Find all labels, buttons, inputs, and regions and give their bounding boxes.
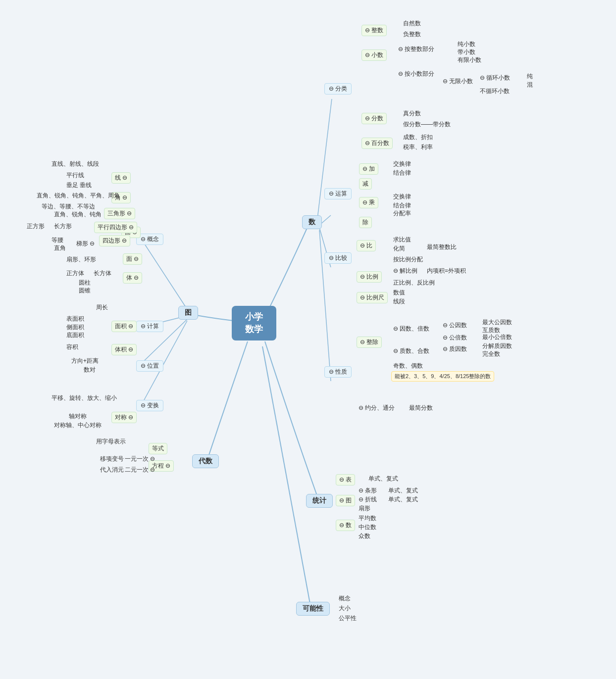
node-dairu: 代入消元 bbox=[98, 465, 126, 475]
node-gongbeishu: ⊖ 公倍数 bbox=[441, 333, 469, 342]
node-shuzhi: 数值 bbox=[391, 288, 407, 297]
node-jia: ⊖ 加 bbox=[359, 163, 378, 175]
node-nengbei: 能被2、3、5、9、4/25、8/125整除的数 bbox=[391, 371, 494, 382]
node-gongyinshu: ⊖ 公因数 bbox=[441, 321, 469, 330]
node-eryuan: 二元一次 ⊖ bbox=[123, 465, 157, 475]
node-anbilifenpei: 按比例分配 bbox=[391, 255, 425, 264]
svg-line-0 bbox=[317, 99, 332, 223]
node-zhengfanbi: 正比例、反比例 bbox=[391, 278, 437, 288]
node-zhiyinshu: ⊖ 质因数 bbox=[441, 344, 469, 354]
node-zhexian-df: 单式、复式 bbox=[386, 495, 420, 504]
node-zhixian: 直线、射线、线段 bbox=[50, 159, 101, 169]
node-zhenfenshu: 真分数 bbox=[401, 109, 423, 118]
node-pingxing4: 平行四边形 ⊖ bbox=[94, 222, 137, 233]
node-tu: 图 bbox=[178, 306, 198, 320]
node-fenlei: ⊖ 分类 bbox=[324, 83, 352, 95]
node-fangxiangj: 方向+距离 bbox=[69, 356, 101, 366]
node-kenengxing-main: 可能性 bbox=[296, 602, 330, 616]
node-zhouduichen: 轴对称 bbox=[67, 412, 89, 421]
node-zhengshu: ⊖ 整数 bbox=[361, 25, 387, 36]
node-tiaoxing-df: 单式、复式 bbox=[386, 486, 420, 495]
node-baifenshu: ⊖ 百分数 bbox=[361, 138, 393, 149]
node-cheng-fen: 分配率 bbox=[391, 209, 413, 218]
node-changfangti: 长方体 bbox=[92, 269, 113, 278]
svg-line-4 bbox=[144, 242, 188, 311]
node-wanquan: 完全数 bbox=[480, 349, 502, 359]
node-yinshubshus: ⊖ 因数、倍数 bbox=[391, 324, 431, 334]
node-zhongshu: 众数 bbox=[357, 532, 372, 541]
node-pingjunshu: 平均数 bbox=[357, 514, 378, 523]
node-anxiaoshubu: ⊖ 按小数部分 bbox=[396, 69, 436, 79]
node-gongpingxing: 公平性 bbox=[337, 614, 359, 623]
node-dimianji: 底面积 bbox=[64, 331, 86, 340]
node-neixiang: 内项积=外项积 bbox=[425, 266, 468, 276]
node-xian: 线 ⊖ bbox=[111, 172, 131, 184]
node-wuxian: ⊖ 无限小数 bbox=[441, 77, 475, 86]
node-zuijienfenshu: 最简分数 bbox=[407, 403, 435, 413]
node-cheng: ⊖ 乘 bbox=[359, 197, 378, 208]
connection-lines bbox=[0, 0, 616, 679]
node-zhijiao: 直角、锐角、钝角、平角、周角 bbox=[35, 191, 122, 200]
node-jia-huan: 交换律 bbox=[391, 159, 413, 169]
node-danfu: 单式、复式 bbox=[366, 474, 400, 484]
node-bili: ⊖ 比例 bbox=[357, 271, 382, 283]
node-zhexian: ⊖ 折线 bbox=[357, 495, 379, 504]
node-zhouchang: 周长 bbox=[94, 303, 110, 312]
node-zhengchu: ⊖ 整除 bbox=[357, 337, 382, 348]
node-yiyuan2: 一元一次 ⊖ bbox=[123, 454, 157, 464]
node-ziranshu: 自然数 bbox=[401, 19, 423, 28]
center-node: 小学数学 bbox=[232, 306, 276, 340]
node-changfang: 长方形 bbox=[52, 222, 74, 231]
node-shanxing: 扇形、环形 bbox=[64, 255, 98, 264]
node-zhongxin: 对称轴、中心对称 bbox=[52, 421, 103, 430]
node-yuefentongfen: ⊖ 约分、通分 bbox=[357, 403, 397, 413]
node-ti: 体 ⊖ bbox=[123, 272, 142, 284]
node-bianhuan: ⊖ 变换 bbox=[136, 400, 163, 411]
node-jisuan: ⊖ 计算 bbox=[136, 321, 163, 332]
node-xingzhi: ⊖ 性质 bbox=[324, 366, 352, 378]
node-bilicheng: ⊖ 比例尺 bbox=[357, 292, 388, 303]
node-xunhuan: ⊖ 循环小数 bbox=[478, 73, 512, 83]
node-tongji-shu: ⊖ 数 bbox=[336, 520, 355, 531]
node-jishu-oushu: 奇数、偶数 bbox=[391, 361, 425, 371]
node-jian: 减 bbox=[359, 178, 372, 190]
node-youxian: 有限小数 bbox=[456, 55, 483, 65]
node-shudui: 数对 bbox=[82, 365, 98, 375]
node-duichen: 对称 ⊖ bbox=[111, 412, 137, 423]
node-jia-jie: 结合律 bbox=[391, 168, 413, 178]
node-hun: 混 bbox=[525, 80, 535, 90]
node-zhengfang: 正方形 bbox=[25, 222, 47, 231]
node-daxiao: 大小 bbox=[337, 604, 353, 613]
node-zhongweishu: 中位数 bbox=[357, 523, 378, 532]
node-xianduan: 线段 bbox=[391, 297, 407, 306]
node-anzhengshubuf: ⊖ 按整数部分 bbox=[396, 45, 436, 54]
node-zhengjiao2: 直角 bbox=[52, 243, 68, 253]
node-mian2: 面 ⊖ bbox=[123, 253, 142, 265]
node-zuixiao: 最小公倍数 bbox=[480, 333, 514, 342]
node-tiji: 体积 ⊖ bbox=[111, 344, 137, 355]
node-qiubizhis: 求比值 bbox=[391, 235, 413, 244]
node-shanxing2: 扇形 bbox=[357, 504, 372, 513]
node-tiaoxing: ⊖ 条形 bbox=[357, 486, 379, 495]
node-gainian2: 概念 bbox=[337, 594, 353, 603]
node-sibianxing: 四边形 ⊖ bbox=[99, 235, 130, 246]
node-huajian: 化简 bbox=[391, 244, 407, 253]
node-fenshu: ⊖ 分数 bbox=[361, 113, 387, 124]
node-fuzhengshu: 负整数 bbox=[401, 30, 423, 39]
node-yunsuan: ⊖ 运算 bbox=[324, 188, 352, 199]
node-zhirui: 直角、锐角、钝角 bbox=[52, 210, 103, 219]
node-tixing: 梯形 ⊖ bbox=[74, 239, 97, 248]
node-jiebili: ⊖ 解比例 bbox=[391, 266, 419, 276]
node-buxunhuan: 不循环小数 bbox=[478, 87, 512, 96]
node-bi: ⊖ 比 bbox=[357, 240, 376, 251]
node-weizhi: ⊖ 位置 bbox=[136, 360, 163, 372]
node-yiyuan: 移项变号 bbox=[98, 454, 126, 464]
node-mianjicj: 面积 ⊖ bbox=[111, 321, 137, 332]
mind-map: 小学数学 数 ⊖ 分类 ⊖ 整数 自然数 负整数 ⊖ 小数 ⊖ 按整数部分 纯小… bbox=[0, 0, 616, 679]
node-daisu-main: 代数 bbox=[192, 454, 219, 468]
node-tongji-main: 统计 bbox=[306, 494, 333, 508]
node-chu: 除 bbox=[359, 217, 372, 228]
node-rongjij: 容积 bbox=[64, 342, 80, 352]
node-zhengfangti: 正方体 bbox=[64, 269, 86, 278]
node-jiafenshu: 假分数——带分数 bbox=[401, 120, 453, 129]
